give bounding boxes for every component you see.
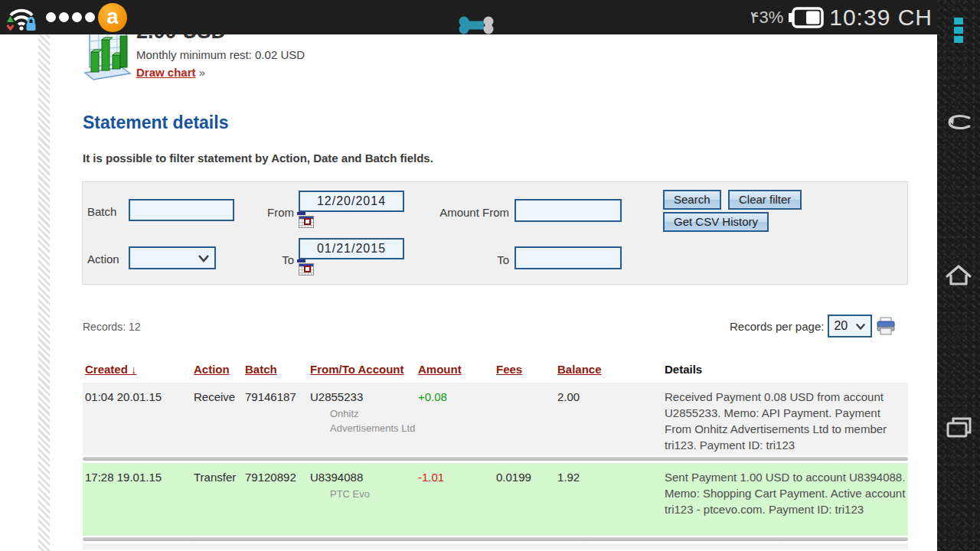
sort-batch-link[interactable]: Batch (245, 363, 277, 376)
home-icon[interactable] (943, 260, 974, 291)
table-header-row: Created ↓ Action Batch From/To Account A… (83, 363, 908, 383)
cell-amount: -1.01 (416, 469, 494, 536)
status-bar-right: ۴3% 10:39 CH (750, 0, 933, 34)
sort-balance-link[interactable]: Balance (557, 363, 602, 376)
notification-dots (46, 12, 95, 22)
from-date-input[interactable] (299, 191, 404, 212)
account-name: Onhitz Advertisements Ltd (310, 406, 416, 435)
notification-dot (46, 12, 56, 22)
sort-fees-link[interactable]: Fees (496, 363, 522, 376)
wifi-icon (5, 4, 38, 33)
cell-balance: 1.92 (555, 469, 662, 536)
sort-created-link[interactable]: Created ↓ (85, 363, 137, 376)
clear-filter-button[interactable]: Clear filter (728, 190, 802, 210)
draw-chart-link[interactable]: Draw chart (136, 66, 196, 79)
filter-note: It is possible to filter statement by Ac… (83, 152, 433, 165)
app-icon: a (98, 3, 127, 32)
cell-action: Receive (191, 389, 243, 455)
download-arrow-icon (8, 25, 14, 29)
recents-icon[interactable] (943, 413, 974, 445)
cell-created: 17:28 19.01.15 (83, 469, 191, 536)
records-per-page: Records per page: 20 (730, 315, 896, 337)
details-header: Details (662, 363, 908, 377)
amount-from-input[interactable] (514, 199, 622, 222)
sort-arrow-icon: ↓ (131, 363, 137, 376)
chevron-down-icon (198, 254, 210, 262)
sort-action-link[interactable]: Action (194, 363, 230, 376)
bone-icon (458, 16, 495, 34)
account-name: PTC Evo (310, 487, 416, 501)
notification-dot (85, 12, 95, 22)
from-calendar-icon[interactable] (299, 216, 314, 228)
sort-amount-link[interactable]: Amount (418, 363, 462, 376)
cell-account: U2855233 Onhitz Advertisements Ltd (308, 389, 416, 455)
to-date-label: To (259, 253, 294, 266)
clock: 10:39 CH (829, 5, 933, 31)
to-calendar-icon[interactable] (299, 263, 314, 276)
amount-from-label: Amount From (425, 206, 509, 219)
notification-dot (72, 12, 82, 22)
search-button[interactable]: Search (663, 190, 721, 210)
get-csv-history-button[interactable]: Get CSV History (663, 212, 769, 232)
cell-action: Transfer (191, 469, 243, 536)
cell-account: U8394088 PTC Evo (308, 469, 416, 536)
batch-input[interactable] (129, 199, 234, 221)
action-label: Action (87, 253, 119, 266)
cell-batch: 79120892 (243, 469, 308, 536)
records-per-page-label: Records per page: (730, 320, 824, 333)
records-count: Records: 12 (83, 321, 140, 333)
print-icon[interactable] (876, 317, 896, 335)
chevron-down-icon (855, 322, 866, 331)
cell-details: Received Payment 0.08 USD from account U… (662, 389, 908, 455)
back-icon[interactable] (944, 110, 973, 136)
status-bar: a ۴3% 10:39 CH (0, 0, 937, 34)
action-select[interactable] (129, 246, 216, 269)
cell-batch: 79146187 (243, 389, 308, 455)
statement-table: Created ↓ Action Batch From/To Account A… (83, 363, 908, 549)
cell-amount: +0.08 (416, 389, 494, 455)
table-row: 01:04 20.01.15 Receive 79146187 U2855233… (83, 383, 908, 455)
navigation-strip (937, 0, 980, 551)
cell-balance: 2.00 (555, 389, 662, 455)
menu-icon[interactable] (953, 18, 964, 44)
screen: 2.00 USD Monthly minimum rest: 0.02 USD … (0, 0, 980, 551)
amount-to-input[interactable] (514, 246, 622, 269)
row-separator (83, 457, 908, 461)
cell-details: Sent Payment 1.00 USD to account U839408… (662, 469, 908, 536)
to-date-input[interactable] (299, 238, 404, 259)
records-per-page-value: 20 (834, 319, 848, 333)
filter-panel: Batch From Amount From Search Clear filt… (82, 181, 908, 285)
row-separator (83, 537, 908, 541)
from-label: From (259, 206, 294, 219)
sort-account-link[interactable]: From/To Account (310, 363, 404, 376)
cell-fees: 0.0199 (494, 469, 555, 536)
draw-chart-line: Draw chart » (136, 66, 205, 79)
battery-icon (789, 6, 824, 29)
batch-label: Batch (87, 205, 116, 218)
battery-percent: ۴3% (750, 8, 784, 28)
records-per-page-select[interactable]: 20 (828, 315, 872, 337)
draw-chart-chevron: » (199, 66, 205, 79)
bar-chart-icon (82, 28, 132, 80)
amount-to-label: To (425, 253, 509, 266)
lock-icon (27, 23, 36, 31)
web-page: 2.00 USD Monthly minimum rest: 0.02 USD … (0, 0, 937, 551)
page-title: Statement details (83, 112, 228, 133)
notification-dot (59, 12, 69, 22)
table-row: 17:28 19.01.15 Transfer 79120892 U839408… (83, 463, 908, 536)
next-row-partial (83, 543, 908, 549)
monthly-minimum-text: Monthly minimum rest: 0.02 USD (136, 48, 305, 61)
upload-arrow-icon (7, 16, 14, 22)
cell-fees (494, 389, 555, 455)
cell-created: 01:04 20.01.15 (83, 389, 191, 455)
